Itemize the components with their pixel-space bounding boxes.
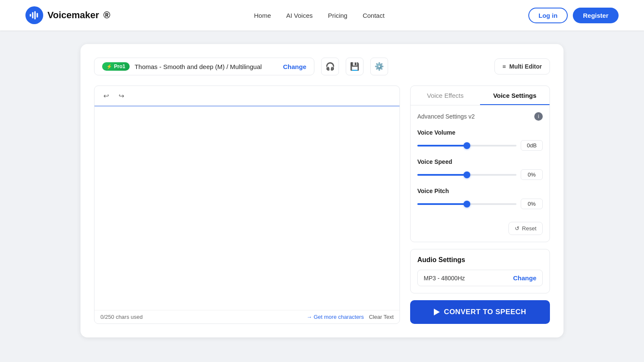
- editor-footer-right: → Get more characters Clear Text: [307, 314, 394, 320]
- info-icon[interactable]: i: [534, 112, 543, 121]
- voice-pitch-slider[interactable]: [417, 203, 516, 205]
- voice-volume-row: Voice Volume 0dB: [417, 129, 543, 151]
- chars-used-label: 0/250 chars used: [100, 314, 143, 320]
- play-icon: [434, 309, 440, 315]
- reset-label: Reset: [522, 225, 536, 232]
- text-input[interactable]: [94, 106, 400, 310]
- nav-pricing[interactable]: Pricing: [328, 12, 347, 19]
- clear-text-button[interactable]: Clear Text: [369, 314, 394, 320]
- navbar: Voicemaker® Home AI Voices Pricing Conta…: [0, 0, 644, 30]
- voice-speed-row: Voice Speed 0%: [417, 158, 543, 180]
- voice-name-label: Thomas - Smooth and deep (M) / Multiling…: [135, 63, 278, 70]
- svg-rect-1: [32, 12, 33, 18]
- main-container: Pro1 Thomas - Smooth and deep (M) / Mult…: [0, 30, 644, 351]
- voice-volume-value: 0dB: [521, 140, 543, 151]
- settings-button[interactable]: ⚙️: [370, 58, 388, 75]
- audio-format-label: MP3 - 48000Hz: [424, 275, 465, 282]
- nav-contact[interactable]: Contact: [363, 12, 385, 19]
- reset-row: ↺ Reset: [417, 217, 543, 235]
- headphones-button[interactable]: 🎧: [321, 58, 339, 75]
- save-button[interactable]: 💾: [346, 58, 364, 75]
- tabs-container: Voice Effects Voice Settings Advanced Se…: [410, 86, 550, 242]
- svg-rect-2: [34, 11, 36, 19]
- brand-registered: ®: [103, 10, 110, 21]
- audio-settings-title: Audio Settings: [417, 256, 543, 264]
- editor-footer: 0/250 chars used → Get more characters C…: [94, 310, 400, 323]
- tab-voice-effects[interactable]: Voice Effects: [411, 86, 480, 105]
- editor-area: ↩ ↪ 0/250 chars used → Get more characte…: [94, 86, 550, 324]
- redo-button[interactable]: ↪: [115, 89, 128, 102]
- convert-to-speech-button[interactable]: CONVERT TO SPEECH: [410, 300, 550, 324]
- convert-btn-label: CONVERT TO SPEECH: [444, 308, 526, 316]
- tab-voice-settings[interactable]: Voice Settings: [480, 86, 550, 105]
- voice-speed-slider-row: 0%: [417, 169, 543, 180]
- editor-toolbar: ↩ ↪: [94, 86, 400, 106]
- voice-speed-value: 0%: [521, 169, 543, 180]
- audio-format-row: MP3 - 48000Hz Change: [417, 270, 543, 286]
- voice-volume-slider-row: 0dB: [417, 140, 543, 151]
- voice-speed-slider[interactable]: [417, 174, 516, 176]
- advanced-settings-label: Advanced Settings v2: [417, 113, 475, 120]
- pro-badge: Pro1: [102, 62, 130, 71]
- settings-panel: Advanced Settings v2 i Voice Volume 0dB: [411, 105, 550, 242]
- voice-speed-label: Voice Speed: [417, 158, 543, 165]
- voice-pitch-row: Voice Pitch 0%: [417, 188, 543, 209]
- app-card: Pro1 Thomas - Smooth and deep (M) / Mult…: [80, 44, 564, 337]
- brand-logo[interactable]: Voicemaker®: [25, 6, 110, 24]
- brand-name: Voicemaker: [47, 10, 99, 21]
- nav-ai-voices[interactable]: AI Voices: [286, 12, 313, 19]
- voice-pitch-slider-row: 0%: [417, 199, 543, 209]
- voice-pitch-value: 0%: [521, 199, 543, 209]
- reset-button[interactable]: ↺ Reset: [508, 222, 543, 235]
- voice-select-box: Pro1 Thomas - Smooth and deep (M) / Mult…: [94, 58, 314, 75]
- get-more-characters-link[interactable]: → Get more characters: [307, 314, 364, 320]
- svg-rect-0: [30, 14, 31, 17]
- audio-settings-section: Audio Settings MP3 - 48000Hz Change: [410, 249, 550, 293]
- change-voice-button[interactable]: Change: [283, 63, 306, 70]
- svg-rect-3: [36, 13, 38, 18]
- voice-select-row: Pro1 Thomas - Smooth and deep (M) / Mult…: [94, 58, 550, 75]
- login-button[interactable]: Log in: [528, 8, 568, 23]
- multi-editor-icon: ≡: [502, 63, 506, 70]
- tabs-header: Voice Effects Voice Settings: [411, 86, 550, 105]
- nav-home[interactable]: Home: [254, 12, 271, 19]
- voice-volume-slider[interactable]: [417, 145, 516, 146]
- multi-editor-button[interactable]: ≡ Multi Editor: [494, 58, 550, 75]
- brand-icon: [25, 6, 43, 24]
- reset-icon: ↺: [515, 225, 519, 232]
- voice-pitch-label: Voice Pitch: [417, 188, 543, 194]
- voice-volume-label: Voice Volume: [417, 129, 543, 136]
- multi-editor-label: Multi Editor: [509, 63, 542, 70]
- advanced-settings-row: Advanced Settings v2 i: [417, 112, 543, 121]
- audio-format-change-button[interactable]: Change: [513, 274, 536, 282]
- waveform-icon: [29, 10, 40, 21]
- right-panel: Voice Effects Voice Settings Advanced Se…: [410, 86, 550, 324]
- undo-button[interactable]: ↩: [100, 89, 112, 102]
- register-button[interactable]: Register: [573, 8, 619, 23]
- nav-links: Home AI Voices Pricing Contact: [254, 12, 384, 19]
- text-editor: ↩ ↪ 0/250 chars used → Get more characte…: [94, 86, 400, 324]
- nav-actions: Log in Register: [528, 8, 619, 23]
